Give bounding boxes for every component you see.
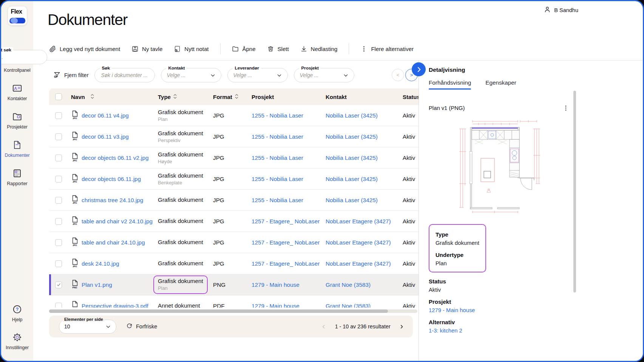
filter-select-prosjekt[interactable]: ProsjektVelge ...: [294, 68, 354, 82]
row-checkbox[interactable]: [55, 218, 62, 225]
table-row[interactable]: JPGtable and chair v2 24.10.jpgGrafisk d…: [49, 211, 419, 232]
contact-link[interactable]: NobLaser Etagere (3427): [326, 239, 391, 246]
type-cell: Annet dokument: [158, 302, 200, 308]
document-search-input[interactable]: [100, 72, 149, 79]
legg-ved-nytt-dokument-button[interactable]: Legg ved nytt dokument: [49, 45, 120, 53]
contact-link[interactable]: Nobilia Laser (3425): [326, 133, 378, 140]
table-row[interactable]: JPGtable and chair 24.10.jpgGrafisk doku…: [49, 232, 419, 253]
-pne-button[interactable]: Åpne: [232, 45, 256, 53]
document-name-link[interactable]: desk 24.10.jpg: [82, 260, 119, 267]
project-link[interactable]: 1255 - Nobilia Laser: [252, 133, 303, 140]
contact-link[interactable]: Nobilia Laser (3425): [326, 197, 378, 204]
row-checkbox[interactable]: [55, 133, 62, 140]
clear-filters-button[interactable]: Fjern filter: [53, 71, 88, 80]
table-body: JPGdecor 06.11 v4.jpgGrafisk dokumentPla…: [49, 105, 419, 308]
panel-collapse-button[interactable]: [412, 62, 426, 76]
document-name-link[interactable]: table and chair 24.10.jpg: [82, 239, 145, 246]
document-name-link[interactable]: Plan v1.png: [82, 282, 112, 288]
contact-link[interactable]: Grant Noe (3583): [326, 282, 371, 288]
project-link[interactable]: 1257 - Etagere_ NobLaser: [252, 260, 320, 267]
sidebar-item-kontakter[interactable]: Kontakter: [1, 83, 33, 101]
status-cell: Aktiv: [403, 303, 415, 308]
sidebar-item-prosjekter[interactable]: Prosjekter: [1, 111, 33, 130]
contact-link[interactable]: NobLaser Etagere (3427): [326, 260, 391, 267]
property-value-link[interactable]: 1279 - Main house: [429, 307, 569, 313]
row-checkbox[interactable]: [55, 303, 62, 308]
nytt-notat-button[interactable]: Nytt notat: [174, 45, 208, 53]
document-name-link[interactable]: decor objects 06.11.jpg: [82, 176, 141, 183]
table-row[interactable]: JPGdecor objects 06.11 v2.jpgGrafisk dok…: [49, 147, 419, 169]
type-cell: Grafisk dokumentPlan: [153, 275, 208, 294]
document-name-link[interactable]: decor 06.11 v4.jpg: [82, 112, 129, 119]
table-row[interactable]: JPGdecor objects 06.11.jpgGrafisk dokume…: [49, 169, 419, 190]
contact-link[interactable]: Nobilia Laser (3425): [326, 155, 378, 161]
ny-tavle-button[interactable]: Ny tavle: [131, 45, 162, 53]
contact-link[interactable]: Nobilia Laser (3425): [326, 112, 378, 119]
document-name-link[interactable]: Perspective drawing-3.pdf: [82, 303, 148, 308]
horizontal-scrollbar[interactable]: [49, 309, 417, 313]
workspace: Fjern filter Søk KontaktVelge ...Leveran…: [33, 60, 643, 361]
page-prev-button[interactable]: ‹: [322, 322, 325, 331]
column-header-type[interactable]: Type: [156, 93, 211, 101]
row-checkbox[interactable]: [55, 112, 62, 119]
tab-forhåndsvisning[interactable]: Forhåndsvisning: [429, 79, 471, 90]
project-link[interactable]: 1257 - Etagere_ NobLaser: [252, 239, 320, 246]
filter-select-kontakt[interactable]: KontaktVelge ...: [161, 68, 221, 82]
page-next-button[interactable]: ›: [400, 322, 403, 331]
quick-search-input[interactable]: [0, 54, 42, 60]
sidebar-item-hjelp[interactable]: ?Hjelp: [1, 304, 33, 322]
horizontal-scrollbar-thumb[interactable]: [49, 309, 388, 313]
row-checkbox[interactable]: [55, 260, 62, 267]
slett-button[interactable]: Slett: [267, 45, 289, 53]
refresh-button[interactable]: Forfriske: [126, 323, 157, 330]
filter-prev-button[interactable]: <: [392, 69, 404, 81]
project-link[interactable]: 1279 - Main house: [252, 282, 300, 288]
table-row[interactable]: PDFPerspective drawing-3.pdfAnnet dokume…: [49, 295, 419, 308]
table-row[interactable]: JPGdesk 24.10.jpgGrafisk dokumentJPG1257…: [49, 253, 419, 274]
vertical-scrollbar-thumb[interactable]: [573, 91, 576, 292]
select-all-checkbox[interactable]: [55, 93, 62, 100]
row-checkbox[interactable]: [55, 155, 62, 161]
filter-bar: Fjern filter Søk KontaktVelge ...Leveran…: [33, 60, 419, 88]
property-value-link[interactable]: 1-3: kitchen 2: [429, 328, 569, 334]
document-name-link[interactable]: decor 06.11 v3.jpg: [82, 133, 129, 140]
sidebar-item-rapporter[interactable]: Rapporter: [1, 168, 33, 186]
sidebar-item-label: Dokumenter: [5, 153, 30, 158]
table-row[interactable]: PNGPlan v1.pngGrafisk dokumentPlanPNG127…: [49, 274, 419, 295]
sidebar-item-innstillinger[interactable]: Innstillinger: [1, 332, 33, 350]
table-row[interactable]: JPGdecor 06.11 v3.jpgGrafisk dokumentPer…: [49, 126, 419, 147]
sidebar-item-dokumenter[interactable]: Dokumenter: [1, 140, 33, 158]
project-link[interactable]: 1255 - Nobilia Laser: [252, 197, 303, 204]
filter-select-leverandør[interactable]: LeverandørVelge ...: [227, 68, 288, 82]
row-checkbox[interactable]: [55, 197, 62, 204]
contact-link[interactable]: Grant Noe (3583): [326, 303, 371, 308]
per-page-select[interactable]: Elementer per side 10: [59, 320, 116, 334]
flex-logo[interactable]: Flex: [8, 6, 27, 25]
row-checkbox[interactable]: [55, 176, 62, 183]
document-name-link[interactable]: christmas tree 24.10.jpg: [82, 197, 143, 204]
project-link[interactable]: 1255 - Nobilia Laser: [252, 112, 303, 119]
format-cell: JPG: [213, 218, 224, 225]
document-options-button[interactable]: [562, 105, 569, 111]
project-link[interactable]: 1257 - Etagere_ NobLaser: [252, 218, 320, 225]
column-header-navn[interactable]: Navn: [68, 93, 156, 101]
project-link[interactable]: 1255 - Nobilia Laser: [252, 155, 303, 161]
document-name-link[interactable]: decor objects 06.11 v2.jpg: [82, 155, 148, 161]
row-checkbox[interactable]: [55, 239, 62, 246]
flere-alternativer-button[interactable]: Flere alternativer: [360, 45, 414, 53]
nedlasting-button[interactable]: Nedlasting: [300, 45, 338, 53]
sidebar-item-label: Kontrollpanel: [4, 68, 30, 73]
tab-egenskaper[interactable]: Egenskaper: [485, 79, 516, 90]
contact-link[interactable]: NobLaser Etagere (3427): [326, 218, 391, 225]
contact-link[interactable]: Nobilia Laser (3425): [326, 176, 378, 183]
project-link[interactable]: 1279 - Main house: [252, 303, 300, 308]
document-name-link[interactable]: table and chair v2 24.10.jpg: [82, 218, 153, 225]
preview-body: Plan v1 (PNG): [429, 105, 569, 334]
table-row[interactable]: JPGdecor 06.11 v4.jpgGrafisk dokumentPla…: [49, 105, 419, 126]
svg-text:JPG: JPG: [73, 202, 77, 204]
column-header-format[interactable]: Format: [211, 93, 249, 101]
user-menu[interactable]: B Sandhu: [544, 6, 578, 14]
row-checkbox[interactable]: [55, 282, 62, 288]
table-row[interactable]: JPGchristmas tree 24.10.jpgGrafisk dokum…: [49, 190, 419, 211]
project-link[interactable]: 1255 - Nobilia Laser: [252, 176, 303, 183]
